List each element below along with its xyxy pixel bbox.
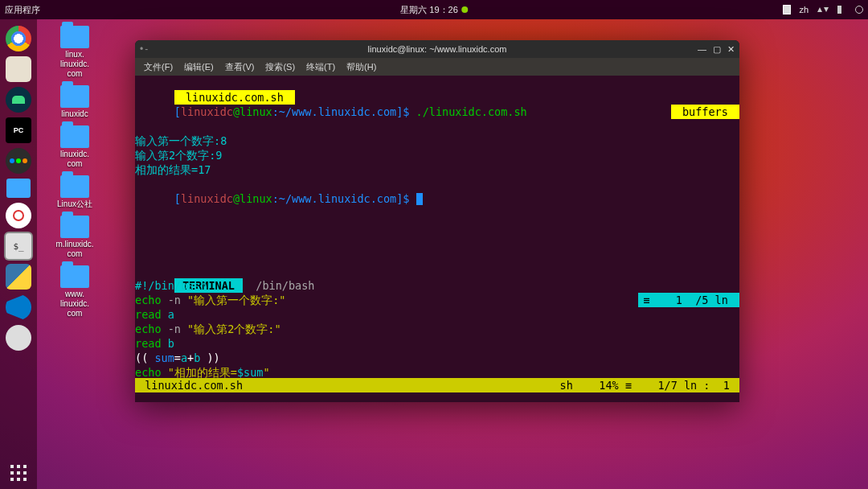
desktop-folder-label: Linux公社 bbox=[57, 199, 92, 209]
window-titlebar[interactable]: •- linuxidc@linux: ~/www.linuxidc.com — … bbox=[135, 40, 739, 58]
menu-search[interactable]: 搜索(S) bbox=[261, 61, 299, 73]
prompt-user: linuxidc bbox=[181, 105, 233, 118]
input-method-label[interactable]: zh bbox=[799, 5, 809, 14]
output-line: 相加的结果=17 bbox=[135, 162, 739, 177]
folder-icon bbox=[60, 125, 89, 148]
prompt-bracket: ]$ bbox=[396, 105, 416, 118]
desktop-folder[interactable]: linux. linuxidc. com bbox=[45, 26, 104, 79]
vim-tab-buffers[interactable]: buffers bbox=[671, 105, 739, 119]
folder-icon bbox=[60, 265, 89, 288]
code-line: read b bbox=[135, 336, 739, 351]
vim-tab-label: buffers bbox=[682, 105, 728, 118]
datetime-label: 星期六 19：26 bbox=[400, 4, 458, 16]
statusline-filename: linuxidc.com.sh bbox=[138, 378, 243, 392]
prompt-path: :~/www.linuxidc.com bbox=[272, 105, 396, 118]
window-title: linuxidc@linux: ~/www.linuxidc.com bbox=[368, 44, 507, 54]
prompt-bracket: ]$ bbox=[396, 192, 416, 205]
applications-menu[interactable]: 应用程序 bbox=[5, 4, 40, 16]
terminal-window: •- linuxidc@linux: ~/www.linuxidc.com — … bbox=[135, 40, 739, 402]
dock-terminal-icon[interactable]: $_ bbox=[6, 233, 31, 259]
folder-icon bbox=[60, 175, 89, 198]
desktop-icons: linux. linuxidc. com linuxidc linuxidc. … bbox=[45, 26, 104, 318]
folder-icon bbox=[60, 26, 89, 48]
code-line: #!/bin/bash bbox=[135, 278, 739, 293]
terminal-content[interactable]: linuxidc.com.sh buffers [linuxidc@linux:… bbox=[135, 76, 739, 402]
prompt-host: @linux bbox=[233, 192, 272, 205]
prompt-bracket: [ bbox=[174, 192, 181, 205]
window-menu-icon[interactable]: •- bbox=[140, 43, 149, 55]
vim-tab-active[interactable]: linuxidc.com.sh bbox=[174, 90, 295, 105]
statusline-position: sh 14% ≡ 1/7 ln : 1 bbox=[560, 378, 736, 392]
dock-chrome-icon[interactable] bbox=[6, 26, 31, 51]
desktop-folder[interactable]: www. linuxidc. com bbox=[45, 265, 104, 318]
desktop-folder[interactable]: linuxidc. com bbox=[45, 125, 104, 169]
notification-dot-icon bbox=[461, 6, 468, 13]
desktop-folder-label: linux. linuxidc. com bbox=[60, 50, 89, 79]
desktop-folder-label: linuxidc. com bbox=[60, 150, 89, 169]
sound-icon[interactable] bbox=[837, 6, 847, 14]
dock-files-icon[interactable] bbox=[6, 56, 31, 82]
command-text: ./linuxidc.com.sh bbox=[416, 105, 527, 118]
prompt-path: :~/www.linuxidc.com bbox=[272, 192, 396, 205]
code-line: echo -n "输入第2个数字:" bbox=[135, 322, 739, 336]
cursor-icon bbox=[416, 193, 423, 205]
maximize-button[interactable]: ▢ bbox=[713, 44, 721, 55]
top-panel: 应用程序 星期六 19：26 zh bbox=[0, 0, 868, 19]
launcher-dock: PC $_ bbox=[0, 19, 37, 489]
terminal-menubar: 文件(F) 编辑(E) 查看(V) 搜索(S) 终端(T) 帮助(H) bbox=[135, 58, 739, 76]
desktop-folder-label: www. linuxidc. com bbox=[60, 290, 89, 318]
menu-view[interactable]: 查看(V) bbox=[221, 61, 259, 73]
network-icon[interactable] bbox=[817, 7, 829, 12]
keyboard-indicator-icon[interactable] bbox=[783, 5, 791, 14]
code-line: read a bbox=[135, 307, 739, 322]
dock-folder-icon[interactable] bbox=[6, 179, 31, 198]
dock-pycharm-icon[interactable]: PC bbox=[6, 117, 31, 143]
dock-screenshot-icon[interactable] bbox=[6, 203, 31, 228]
prompt-host: @linux bbox=[233, 105, 272, 118]
menu-edit[interactable]: 编辑(E) bbox=[180, 61, 218, 73]
desktop-folder[interactable]: m.linuxidc. com bbox=[45, 216, 104, 259]
desktop-folder-label: linuxidc bbox=[61, 109, 88, 119]
close-button[interactable]: ✕ bbox=[727, 44, 735, 55]
folder-icon bbox=[60, 85, 89, 108]
menu-file[interactable]: 文件(F) bbox=[140, 61, 177, 73]
vim-tab-label: linuxidc.com.sh bbox=[186, 91, 284, 104]
vim-statusline: linuxidc.com.sh sh 14% ≡ 1/7 ln : 1 bbox=[135, 378, 739, 392]
folder-icon bbox=[60, 216, 89, 238]
menu-terminal[interactable]: 终端(T) bbox=[302, 61, 339, 73]
dock-android-icon[interactable] bbox=[6, 87, 31, 113]
desktop-folder[interactable]: Linux公社 bbox=[45, 175, 104, 209]
desktop-folder-label: m.linuxidc. com bbox=[55, 240, 93, 259]
clock[interactable]: 星期六 19：26 bbox=[400, 4, 468, 16]
prompt-user: linuxidc bbox=[181, 192, 233, 205]
minimize-button[interactable]: — bbox=[698, 44, 706, 55]
output-line: 输入第2个数字:9 bbox=[135, 148, 739, 162]
dock-vscode-icon[interactable] bbox=[6, 294, 31, 320]
code-line: (( sum=a+b )) bbox=[135, 351, 739, 365]
desktop-folder[interactable]: linuxidc bbox=[45, 85, 104, 119]
code-line: echo -n "输入第一个数字:" bbox=[135, 293, 739, 307]
prompt-bracket: [ bbox=[174, 105, 181, 118]
dock-blank-icon[interactable] bbox=[6, 325, 31, 351]
output-line: 输入第一个数字:8 bbox=[135, 134, 739, 148]
menu-help[interactable]: 帮助(H) bbox=[342, 61, 380, 73]
power-icon[interactable] bbox=[855, 6, 863, 14]
dock-settings-icon[interactable] bbox=[6, 148, 31, 174]
app-grid-icon[interactable] bbox=[10, 465, 27, 481]
dock-python-icon[interactable] bbox=[6, 264, 31, 290]
